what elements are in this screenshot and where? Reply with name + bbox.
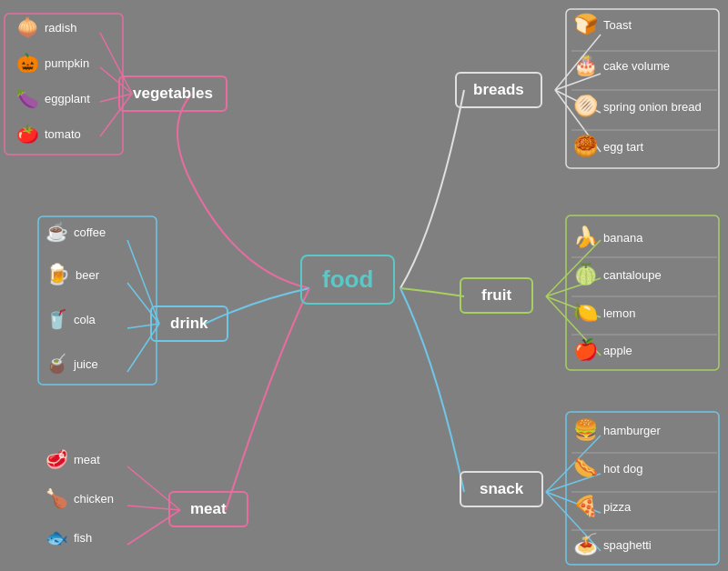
hot-dog-icon: 🌭 <box>573 456 598 480</box>
chicken-icon: 🍗 <box>46 487 68 509</box>
leaf-pizza: 🍕 pizza <box>573 495 631 518</box>
cantaloupe-icon: 🍈 <box>573 263 598 286</box>
lemon-icon: 🍋 <box>573 301 598 325</box>
leaf-cantaloupe: 🍈 cantaloupe <box>573 263 662 286</box>
toast-label: Toast <box>603 18 632 32</box>
cantaloupe-label: cantaloupe <box>603 268 662 282</box>
category-drink-label: drink <box>170 315 208 332</box>
apple-label: apple <box>603 344 632 357</box>
category-breads: breads <box>455 72 542 108</box>
category-fruit: fruit <box>460 277 533 314</box>
category-fruit-label: fruit <box>481 286 511 304</box>
pizza-icon: 🍕 <box>573 495 598 518</box>
leaf-pumpkin: 🎃 pumpkin <box>16 52 89 74</box>
beer-label: beer <box>76 268 99 282</box>
cola-icon: 🥤 <box>46 308 68 330</box>
leaf-cake-volume: 🎂 cake volume <box>573 54 670 77</box>
leaf-cola: 🥤 cola <box>46 308 96 330</box>
leaf-eggplant: 🍆 eggplant <box>16 87 90 109</box>
toast-icon: 🍞 <box>573 13 598 36</box>
fish-icon: 🐟 <box>46 526 68 548</box>
pumpkin-icon: 🎃 <box>16 52 39 74</box>
leaf-spaghetti: 🍝 spaghetti <box>573 533 652 556</box>
leaf-meat: 🥩 meat <box>46 448 100 470</box>
leaf-juice: 🧉 juice <box>46 353 98 375</box>
chicken-label: chicken <box>74 492 114 506</box>
leaf-tomato: 🍅 tomato <box>16 123 81 145</box>
meat-label: meat <box>74 453 100 466</box>
egg-tart-label: egg tart <box>603 140 643 154</box>
category-drink: drink <box>150 306 228 342</box>
leaf-coffee: ☕ coffee <box>46 221 106 243</box>
center-node: food <box>300 255 395 305</box>
coffee-icon: ☕ <box>46 221 68 243</box>
leaf-chicken: 🍗 chicken <box>46 487 114 509</box>
category-snack: snack <box>460 471 543 507</box>
radish-label: radish <box>45 21 76 35</box>
pumpkin-label: pumpkin <box>45 56 89 70</box>
leaf-lemon: 🍋 lemon <box>573 301 635 325</box>
spring-onion-bread-icon: 🫓 <box>573 95 598 118</box>
center-label: food <box>322 265 373 293</box>
spaghetti-icon: 🍝 <box>573 533 598 556</box>
cola-label: cola <box>74 313 96 326</box>
category-vegetables-label: vegetables <box>133 85 213 102</box>
egg-tart-icon: 🥮 <box>573 135 598 158</box>
tomato-icon: 🍅 <box>16 123 39 145</box>
pizza-label: pizza <box>603 500 631 514</box>
meat-icon: 🥩 <box>46 448 68 470</box>
cake-volume-label: cake volume <box>603 59 670 73</box>
beer-icon: 🍺 <box>46 263 70 286</box>
cake-volume-icon: 🎂 <box>573 54 598 77</box>
leaf-apple: 🍎 apple <box>573 338 632 362</box>
apple-icon: 🍎 <box>573 338 598 362</box>
eggplant-icon: 🍆 <box>16 87 39 109</box>
banana-label: banana <box>603 231 642 245</box>
leaf-beer: 🍺 beer <box>46 263 99 286</box>
fish-label: fish <box>74 531 92 545</box>
leaf-radish: 🧅 radish <box>16 16 76 38</box>
lemon-label: lemon <box>603 306 635 320</box>
leaf-hot-dog: 🌭 hot dog <box>573 456 642 480</box>
leaf-spring-onion-bread: 🫓 spring onion bread <box>573 95 702 118</box>
spring-onion-bread-label: spring onion bread <box>603 100 702 114</box>
leaf-banana: 🍌 banana <box>573 225 642 249</box>
juice-icon: 🧉 <box>46 353 68 375</box>
juice-label: juice <box>74 357 98 371</box>
hamburger-icon: 🍔 <box>573 418 598 442</box>
coffee-label: coffee <box>74 225 106 239</box>
category-breads-label: breads <box>473 81 524 98</box>
category-vegetables: vegetables <box>118 75 228 112</box>
radish-icon: 🧅 <box>16 16 39 38</box>
category-meat-label: meat <box>190 500 227 517</box>
banana-icon: 🍌 <box>573 225 598 249</box>
leaf-hamburger: 🍔 hamburger <box>573 418 661 442</box>
hamburger-label: hamburger <box>603 424 661 437</box>
leaf-fish: 🐟 fish <box>46 526 92 548</box>
tomato-label: tomato <box>45 127 81 141</box>
leaf-egg-tart: 🥮 egg tart <box>573 135 643 158</box>
leaf-toast: 🍞 Toast <box>573 13 632 36</box>
category-meat: meat <box>168 491 248 527</box>
eggplant-label: eggplant <box>45 92 90 105</box>
spaghetti-label: spaghetti <box>603 538 652 552</box>
category-snack-label: snack <box>480 480 523 497</box>
hot-dog-label: hot dog <box>603 462 642 476</box>
